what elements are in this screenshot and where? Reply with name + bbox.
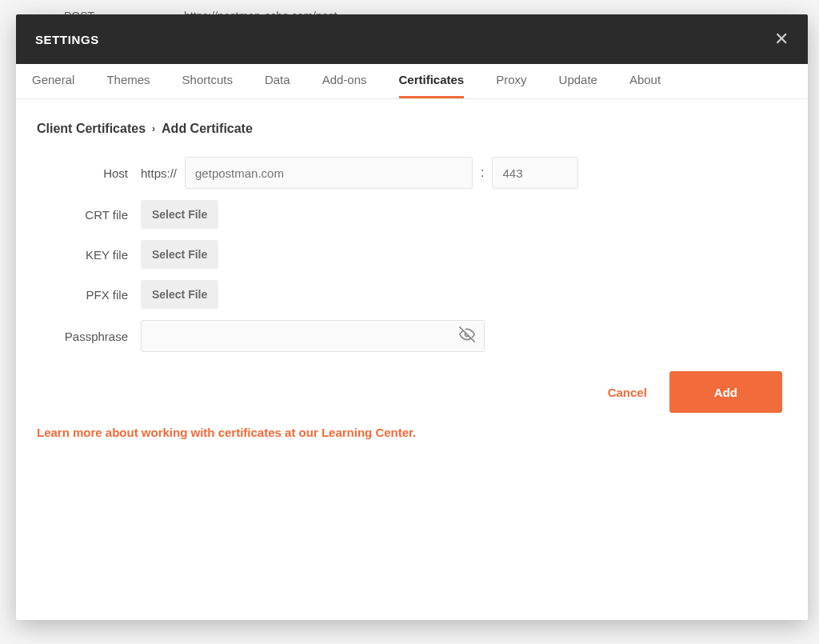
cancel-button[interactable]: Cancel [600, 371, 655, 413]
tab-themes[interactable]: Themes [106, 73, 150, 98]
breadcrumb-leaf: Add Certificate [162, 122, 253, 136]
passphrase-input[interactable] [141, 320, 485, 352]
tab-certificates[interactable]: Certificates [399, 73, 465, 98]
passphrase-label: Passphrase [37, 330, 141, 343]
host-input[interactable] [185, 157, 473, 189]
tab-addons[interactable]: Add-ons [322, 73, 367, 98]
row-passphrase: Passphrase [37, 320, 787, 352]
crt-select-file-button[interactable]: Select File [141, 200, 218, 229]
modal-header: SETTINGS ✕ [16, 14, 808, 64]
breadcrumb: Client Certificates › Add Certificate [37, 122, 787, 136]
row-crt: CRT file Select File [37, 200, 787, 229]
key-select-file-button[interactable]: Select File [141, 240, 218, 269]
chevron-right-icon: › [152, 123, 155, 134]
settings-tabs: General Themes Shortcuts Data Add-ons Ce… [16, 64, 808, 99]
add-certificate-form: Host https:// : CRT file Select File KEY… [37, 157, 787, 439]
tab-update[interactable]: Update [559, 73, 597, 98]
row-host: Host https:// : [37, 157, 787, 189]
learn-more-link[interactable]: Learn more about working with certificat… [37, 426, 787, 439]
pfx-select-file-button[interactable]: Select File [141, 280, 218, 309]
key-label: KEY file [37, 248, 141, 262]
tab-content: Client Certificates › Add Certificate Ho… [16, 99, 808, 620]
pfx-label: PFX file [37, 288, 141, 302]
close-icon[interactable]: ✕ [774, 30, 789, 48]
form-actions: Cancel Add [37, 371, 787, 413]
breadcrumb-root[interactable]: Client Certificates [37, 122, 146, 136]
crt-label: CRT file [37, 208, 141, 222]
row-pfx: PFX file Select File [37, 280, 787, 309]
port-input[interactable] [492, 157, 578, 189]
host-port-separator: : [481, 166, 484, 180]
tab-about[interactable]: About [629, 73, 661, 98]
modal-title: SETTINGS [35, 33, 99, 46]
settings-modal: SETTINGS ✕ General Themes Shortcuts Data… [16, 14, 808, 620]
toggle-visibility-icon[interactable] [459, 326, 475, 346]
tab-shortcuts[interactable]: Shortcuts [182, 73, 233, 98]
row-key: KEY file Select File [37, 240, 787, 269]
app-background: POST https://postman-echo.com/post SETTI… [0, 0, 819, 644]
host-protocol: https:// [141, 166, 177, 180]
tab-general[interactable]: General [32, 73, 74, 98]
host-label: Host [37, 166, 141, 180]
tab-data[interactable]: Data [265, 73, 290, 98]
tab-proxy[interactable]: Proxy [496, 73, 526, 98]
add-button[interactable]: Add [669, 371, 782, 413]
